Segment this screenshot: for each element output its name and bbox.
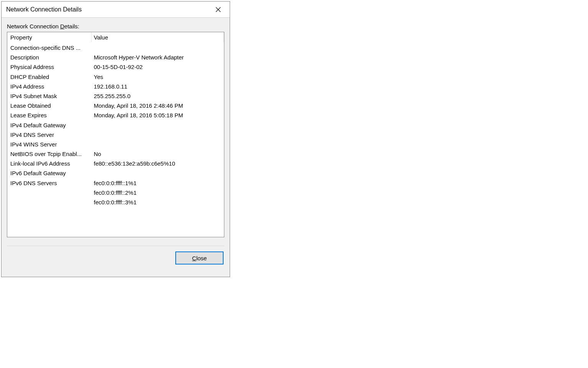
close-button-text: lose: [196, 255, 207, 261]
table-row[interactable]: Physical Address00-15-5D-01-92-02: [7, 62, 224, 72]
row-property: Physical Address: [7, 62, 91, 72]
column-header-property[interactable]: Property: [7, 32, 91, 42]
table-row[interactable]: Lease ObtainedMonday, April 18, 2016 2:4…: [7, 101, 224, 110]
row-value: [91, 43, 224, 53]
section-label-post: etails:: [64, 23, 79, 30]
columns-header: Property Value: [7, 32, 224, 42]
table-row[interactable]: fec0:0:0:ffff::3%1: [7, 197, 224, 207]
row-property: Connection-specific DNS ...: [7, 43, 91, 53]
row-value: fec0:0:0:ffff::3%1: [91, 197, 224, 207]
table-row[interactable]: IPv4 Address192.168.0.11: [7, 82, 224, 91]
table-row[interactable]: IPv4 DNS Server: [7, 130, 224, 140]
row-value: fe80::e536:13e2:a59b:c6e5%10: [91, 159, 224, 168]
row-value: 255.255.255.0: [91, 91, 224, 101]
row-property: Description: [7, 53, 91, 62]
row-value: 192.168.0.11: [91, 82, 224, 91]
table-row[interactable]: IPv6 DNS Serversfec0:0:0:ffff::1%1: [7, 178, 224, 188]
row-property: [7, 188, 91, 197]
row-value: [91, 140, 224, 149]
button-row: Close: [7, 251, 224, 267]
row-property: Lease Expires: [7, 110, 91, 120]
row-property: IPv4 WINS Server: [7, 140, 91, 149]
table-row[interactable]: Lease ExpiresMonday, April 18, 2016 5:05…: [7, 110, 224, 120]
dialog-title: Network Connection Details: [6, 6, 82, 13]
row-value: [91, 168, 224, 178]
network-connection-details-dialog: Network Connection Details Network Conne…: [1, 1, 230, 277]
rows-container: Connection-specific DNS ...DescriptionMi…: [7, 42, 224, 207]
section-label-pre: Network Connection: [7, 23, 60, 30]
details-listbox[interactable]: Property Value Connection-specific DNS .…: [7, 32, 224, 237]
row-property: Link-local IPv6 Address: [7, 159, 91, 168]
row-property: IPv6 Default Gateway: [7, 168, 91, 178]
table-row[interactable]: DHCP EnabledYes: [7, 72, 224, 82]
separator: [7, 246, 224, 246]
table-row[interactable]: IPv6 Default Gateway: [7, 168, 224, 178]
table-row[interactable]: Connection-specific DNS ...: [7, 43, 224, 53]
table-row[interactable]: NetBIOS over Tcpip Enabl...No: [7, 149, 224, 159]
row-value: Monday, April 18, 2016 2:48:46 PM: [91, 101, 224, 110]
row-value: [91, 120, 224, 130]
titlebar: Network Connection Details: [2, 2, 230, 18]
table-row[interactable]: fec0:0:0:ffff::2%1: [7, 188, 224, 197]
row-value: fec0:0:0:ffff::1%1: [91, 178, 224, 188]
section-label-underline: D: [60, 23, 64, 30]
row-property: NetBIOS over Tcpip Enabl...: [7, 149, 91, 159]
row-property: Lease Obtained: [7, 101, 91, 110]
close-icon[interactable]: [211, 3, 225, 16]
column-header-value[interactable]: Value: [91, 32, 224, 42]
row-property: IPv4 Address: [7, 82, 91, 91]
section-label: Network Connection Details:: [7, 23, 224, 30]
row-value: [91, 130, 224, 140]
table-row[interactable]: Link-local IPv6 Addressfe80::e536:13e2:a…: [7, 159, 224, 168]
row-value: Yes: [91, 72, 224, 82]
table-row[interactable]: DescriptionMicrosoft Hyper-V Network Ada…: [7, 53, 224, 62]
table-row[interactable]: IPv4 Subnet Mask255.255.255.0: [7, 91, 224, 101]
table-row[interactable]: IPv4 WINS Server: [7, 140, 224, 149]
row-property: [7, 197, 91, 207]
row-property: IPv6 DNS Servers: [7, 178, 91, 188]
row-value: Microsoft Hyper-V Network Adapter: [91, 53, 224, 62]
table-row[interactable]: IPv4 Default Gateway: [7, 120, 224, 130]
close-button[interactable]: Close: [175, 251, 224, 264]
row-value: fec0:0:0:ffff::2%1: [91, 188, 224, 197]
row-value: 00-15-5D-01-92-02: [91, 62, 224, 72]
row-property: IPv4 Subnet Mask: [7, 91, 91, 101]
row-property: IPv4 Default Gateway: [7, 120, 91, 130]
row-property: DHCP Enabled: [7, 72, 91, 82]
close-button-underline: C: [192, 255, 196, 261]
row-value: Monday, April 18, 2016 5:05:18 PM: [91, 110, 224, 120]
row-value: No: [91, 149, 224, 159]
row-property: IPv4 DNS Server: [7, 130, 91, 140]
dialog-content: Network Connection Details: Property Val…: [2, 18, 230, 277]
